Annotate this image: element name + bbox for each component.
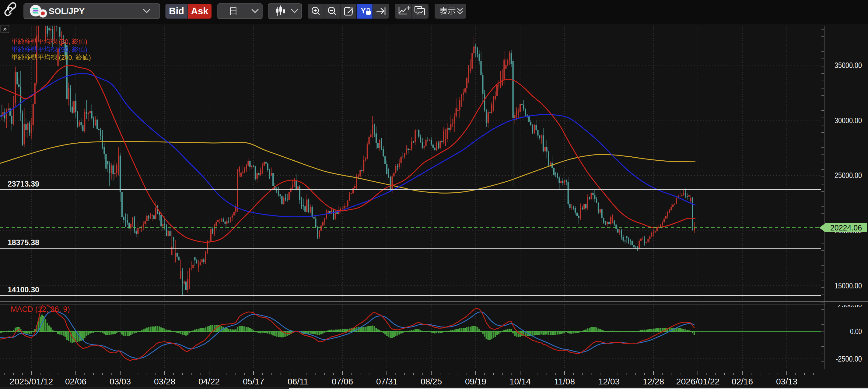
svg-text:06/11: 06/11: [288, 377, 308, 386]
svg-text:SOL/JPY: SOL/JPY: [49, 6, 85, 16]
svg-text:(30,: (30,: [59, 38, 70, 46]
svg-text:Bid: Bid: [169, 6, 184, 17]
svg-text:03/13: 03/13: [776, 377, 797, 386]
svg-text:11/08: 11/08: [554, 377, 575, 386]
svg-text:08/25: 08/25: [421, 377, 442, 386]
svg-text:2026/01/22: 2026/01/22: [676, 377, 720, 386]
svg-text:): ): [89, 54, 91, 61]
svg-text:2025/01/12: 2025/01/12: [10, 377, 53, 386]
svg-text:(200,: (200,: [59, 54, 74, 61]
svg-text:03/03: 03/03: [110, 377, 131, 386]
svg-text:03/28: 03/28: [154, 377, 175, 386]
svg-text:30000.00: 30000.00: [835, 116, 862, 125]
svg-text:20224.06: 20224.06: [830, 223, 862, 232]
svg-text:23713.39: 23713.39: [8, 179, 39, 188]
svg-text:09/19: 09/19: [465, 377, 486, 386]
svg-text:Y: Y: [361, 6, 366, 15]
svg-text:): ): [85, 46, 87, 53]
svg-text:05/17: 05/17: [243, 377, 264, 386]
svg-text:02/16: 02/16: [732, 377, 753, 386]
svg-text:18375.38: 18375.38: [8, 238, 39, 247]
svg-text:12/03: 12/03: [598, 377, 620, 386]
svg-text:Ask: Ask: [191, 6, 209, 17]
svg-text:04/22: 04/22: [198, 377, 220, 386]
svg-text:10/14: 10/14: [509, 377, 531, 386]
svg-text:02/06: 02/06: [65, 377, 87, 386]
svg-text:): ): [85, 38, 87, 46]
svg-text:»: »: [3, 25, 7, 33]
svg-text:MACD (12, 26, 9): MACD (12, 26, 9): [11, 305, 70, 313]
svg-text:15000.00: 15000.00: [835, 281, 862, 290]
svg-text:07/06: 07/06: [332, 377, 353, 386]
svg-text:12/28: 12/28: [643, 377, 664, 386]
svg-text:07/31: 07/31: [376, 377, 398, 386]
svg-text:14100.30: 14100.30: [8, 285, 39, 294]
svg-text:(90,: (90,: [59, 46, 70, 53]
svg-text:0.00: 0.00: [850, 327, 862, 336]
svg-text:25000.00: 25000.00: [835, 171, 862, 180]
svg-text:-2500.00: -2500.00: [836, 354, 862, 363]
svg-text:35000.00: 35000.00: [835, 61, 862, 70]
